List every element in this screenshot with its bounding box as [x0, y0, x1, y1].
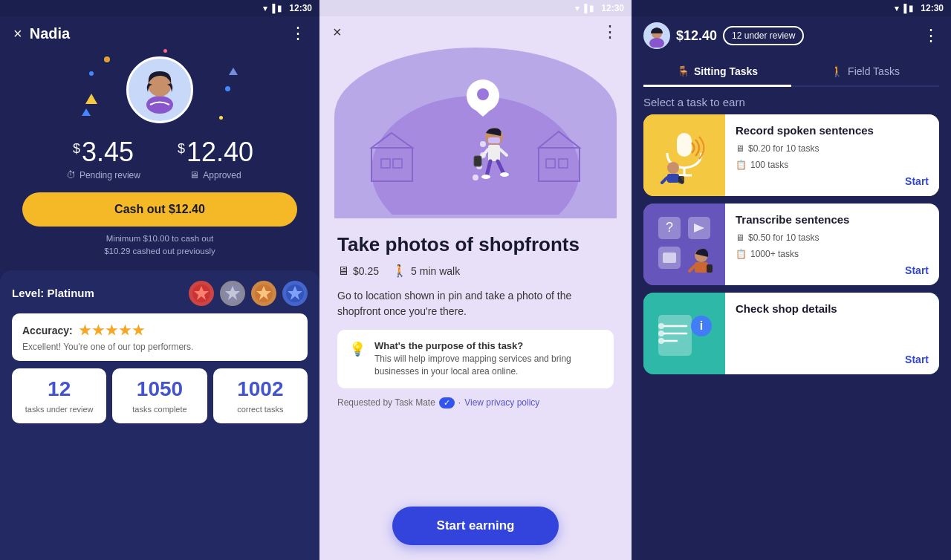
- svg-rect-37: [677, 133, 692, 157]
- signal-icons-1: ▾ ▐ ▮: [263, 4, 282, 13]
- pay-icon: 🖥: [337, 264, 349, 278]
- badge-2: [220, 281, 245, 306]
- card-content-transcribe: Transcribe sentences 🖥 $0.50 for 10 task…: [725, 204, 939, 285]
- field-icon: 🚶: [831, 65, 843, 77]
- more-menu-button-3[interactable]: ⋮: [923, 26, 939, 45]
- svg-text:?: ?: [666, 220, 673, 235]
- approved-earnings: $ 12.40 🖥 Approved: [178, 137, 253, 180]
- info-box-title: What's the purpose of this task?: [374, 340, 602, 351]
- panel-earn: ▾ ▐ ▮ 12:30 $12.40 12 under review ⋮ 🪑 S…: [632, 0, 951, 560]
- cashout-button[interactable]: Cash out $12.40: [22, 192, 297, 227]
- wifi-icon-2: ▾: [575, 4, 580, 13]
- clock-icon: ⏱: [66, 169, 76, 180]
- badge-1: [189, 281, 214, 306]
- time-3: 12:30: [921, 3, 944, 13]
- stat-number-complete: 1050: [118, 377, 201, 401]
- header-left: × Nadia: [13, 25, 70, 42]
- card-pay-record: 🖥 $0.20 for 10 tasks: [736, 143, 929, 154]
- tab-sitting-tasks[interactable]: 🪑 Sitting Tasks: [643, 58, 791, 87]
- start-earning-button[interactable]: Start earning: [392, 507, 559, 545]
- accuracy-box: Accuracy: ★★★★★ Excellent! You're one of…: [12, 313, 308, 361]
- svg-point-10: [371, 96, 580, 215]
- verify-badge: ✓: [439, 397, 455, 408]
- svg-point-29: [481, 175, 490, 179]
- card-content-shop: Check shop details Start: [725, 293, 939, 374]
- sitting-icon: 🪑: [677, 65, 689, 77]
- level-text: Level: Platinum: [12, 287, 94, 299]
- signal-icon-3: ▐: [901, 4, 907, 13]
- stats-cards: 12 tasks under review 1050 tasks complet…: [12, 368, 308, 423]
- count-detail-icon-1: 📋: [736, 160, 747, 170]
- approved-icon: 🖥: [189, 169, 199, 180]
- task-card-record[interactable]: Record spoken sentences 🖥 $0.20 for 10 t…: [643, 114, 939, 196]
- card-count-record: 📋 100 tasks: [736, 160, 929, 170]
- task-card-transcribe[interactable]: ? Transcribe sentences: [643, 204, 939, 285]
- balance-text: $12.40: [676, 28, 717, 44]
- close-button-2[interactable]: ×: [333, 24, 342, 41]
- start-record-button[interactable]: Start: [736, 175, 929, 187]
- user-avatar-small: [643, 22, 670, 49]
- svg-rect-34: [488, 137, 500, 143]
- start-shop-button[interactable]: Start: [736, 354, 929, 365]
- card-pay-transcribe: 🖥 $0.50 for 10 tasks: [736, 232, 929, 243]
- count-detail-icon-2: 📋: [736, 249, 747, 259]
- svg-line-53: [689, 266, 695, 271]
- level-row: Level: Platinum: [12, 281, 308, 306]
- select-task-label: Select a task to earn: [632, 87, 951, 114]
- earn-header-left: $12.40 12 under review: [643, 22, 804, 49]
- info-box-text: This will help improve mapping services …: [374, 353, 602, 378]
- svg-point-60: [658, 323, 664, 329]
- signal-icon: ▐: [270, 4, 276, 13]
- signal-icons-3: ▾ ▐ ▮: [895, 4, 914, 13]
- stats-section: Level: Platinum: [0, 270, 319, 561]
- time-1: 12:30: [289, 3, 312, 13]
- panel-task-detail: ▾ ▐ ▮ 12:30 × ⋮: [319, 0, 632, 560]
- card-title-transcribe: Transcribe sentences: [736, 212, 929, 227]
- close-button[interactable]: ×: [13, 25, 22, 42]
- start-transcribe-button[interactable]: Start: [736, 264, 929, 276]
- task-meta: 🖥 $0.25 🚶 5 min walk: [337, 264, 614, 278]
- panel-profile: ▾ ▐ ▮ 12:30 × Nadia ⋮: [0, 0, 319, 560]
- deco-dot-3: [163, 49, 167, 53]
- badge-4: [282, 281, 308, 306]
- more-menu-button-2[interactable]: ⋮: [602, 22, 618, 42]
- pay-detail-icon-2: 🖥: [736, 232, 744, 243]
- avatar-section: [0, 49, 319, 123]
- task-detail-header: × ⋮: [319, 16, 632, 48]
- deco-triangle-2: [82, 108, 91, 116]
- status-bar-3: ▾ ▐ ▮ 12:30: [632, 0, 951, 16]
- svg-rect-33: [474, 156, 481, 166]
- signal-icon-2: ▐: [582, 4, 588, 13]
- stat-label-correct: correct tasks: [219, 404, 302, 414]
- battery-icon-3: ▮: [909, 4, 913, 13]
- requested-by: Requested by Task Mate ✓ · View privacy …: [337, 397, 614, 408]
- earnings-row: $ 3.45 ⏱ Pending review $ 12.40 🖥 Approv…: [0, 137, 319, 180]
- deco-triangle-1: [85, 94, 97, 104]
- task-illustration: [334, 48, 617, 218]
- tab-field-tasks[interactable]: 🚶 Field Tasks: [791, 58, 939, 87]
- task-pay: 🖥 $0.25: [337, 264, 379, 278]
- card-illustration-shop: i: [643, 293, 725, 374]
- deco-dot-1: [104, 56, 110, 62]
- pending-earnings: $ 3.45 ⏱ Pending review: [66, 137, 140, 180]
- badge-3: [251, 281, 276, 306]
- avatar-svg: [134, 64, 186, 116]
- profile-header: × Nadia ⋮: [0, 16, 319, 49]
- card-title-shop: Check shop details: [736, 302, 929, 316]
- task-tabs: 🪑 Sitting Tasks 🚶 Field Tasks: [643, 58, 939, 87]
- cashout-note: Minimum $10.00 to cash out $10.29 cashed…: [0, 232, 319, 258]
- card-count-transcribe: 📋 1000+ tasks: [736, 249, 929, 259]
- svg-point-61: [658, 331, 664, 336]
- svg-rect-55: [707, 264, 713, 273]
- privacy-link[interactable]: View privacy policy: [464, 397, 539, 408]
- svg-point-40: [667, 162, 679, 174]
- start-button-container: Start earning: [319, 492, 632, 560]
- svg-rect-44: [678, 176, 684, 183]
- info-box-content: What's the purpose of this task? This wi…: [374, 340, 602, 378]
- svg-rect-41: [667, 174, 679, 183]
- more-menu-button-1[interactable]: ⋮: [290, 24, 306, 43]
- card-illustration-transcribe: ?: [643, 204, 725, 285]
- deco-triangle-3: [229, 68, 238, 75]
- task-card-shop[interactable]: i Check shop details Start: [643, 293, 939, 374]
- deco-dot-5: [219, 116, 223, 120]
